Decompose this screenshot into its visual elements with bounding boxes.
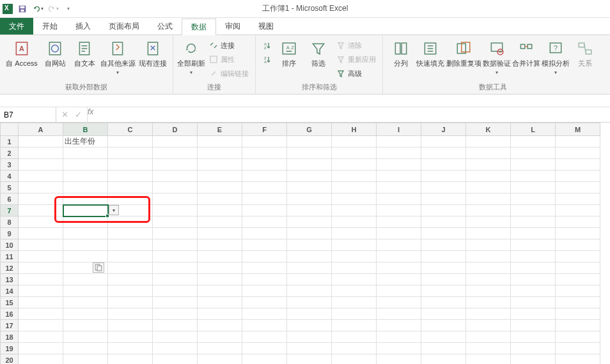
cell[interactable] [332, 262, 377, 274]
row-header[interactable]: 7 [1, 205, 19, 216]
row-header[interactable]: 1 [1, 136, 19, 148]
cell[interactable] [421, 331, 466, 343]
cell[interactable] [63, 171, 108, 182]
cell[interactable] [466, 274, 511, 285]
cell[interactable] [421, 320, 466, 331]
cell[interactable] [198, 251, 242, 262]
cell[interactable] [421, 216, 466, 228]
row-header[interactable]: 19 [1, 343, 19, 354]
cell[interactable] [556, 262, 600, 274]
cell[interactable] [19, 171, 63, 182]
cell[interactable] [108, 193, 153, 205]
cell[interactable] [108, 331, 153, 343]
cell[interactable] [153, 320, 198, 331]
connections-button[interactable]: 连接 [207, 39, 251, 52]
cell[interactable] [242, 331, 287, 343]
cell[interactable] [287, 239, 332, 251]
cell[interactable] [63, 297, 108, 308]
cell[interactable] [242, 320, 287, 331]
cell[interactable] [511, 343, 556, 354]
col-header[interactable]: D [153, 123, 198, 136]
cell[interactable] [287, 171, 332, 182]
row-header[interactable]: 2 [1, 148, 19, 159]
cell[interactable] [377, 216, 421, 228]
cell[interactable] [466, 239, 511, 251]
cell[interactable] [198, 274, 242, 285]
cell[interactable] [153, 308, 198, 320]
cell[interactable] [556, 193, 600, 205]
cell[interactable] [108, 136, 153, 148]
cell[interactable] [511, 331, 556, 343]
col-header[interactable]: L [511, 123, 556, 136]
cell[interactable] [332, 193, 377, 205]
cell[interactable] [242, 216, 287, 228]
cell[interactable] [198, 171, 242, 182]
cell[interactable] [153, 274, 198, 285]
cell[interactable] [287, 159, 332, 171]
row-header[interactable]: 13 [1, 274, 19, 285]
cell[interactable] [153, 331, 198, 343]
cell[interactable] [511, 274, 556, 285]
from-web-button[interactable]: 自网站 [41, 38, 69, 80]
cell[interactable] [198, 285, 242, 297]
cell[interactable] [332, 251, 377, 262]
cell[interactable] [556, 148, 600, 159]
cell[interactable] [242, 262, 287, 274]
cell[interactable] [377, 320, 421, 331]
cell[interactable]: ▾ [63, 205, 108, 216]
cell[interactable] [421, 148, 466, 159]
cell[interactable] [332, 148, 377, 159]
cell[interactable] [287, 343, 332, 354]
cell[interactable] [466, 228, 511, 239]
cell[interactable] [377, 136, 421, 148]
cell[interactable] [19, 136, 63, 148]
cell[interactable] [511, 193, 556, 205]
row-header[interactable]: 8 [1, 216, 19, 228]
cell[interactable] [242, 136, 287, 148]
cell[interactable] [332, 285, 377, 297]
cell[interactable] [153, 285, 198, 297]
cell[interactable] [108, 239, 153, 251]
cell[interactable] [242, 239, 287, 251]
cell[interactable] [153, 297, 198, 308]
cell[interactable] [108, 159, 153, 171]
tab-home[interactable]: 开始 [33, 18, 66, 34]
cell[interactable] [377, 274, 421, 285]
cell[interactable] [421, 343, 466, 354]
cell[interactable] [466, 159, 511, 171]
cell[interactable] [19, 193, 63, 205]
cell[interactable] [421, 193, 466, 205]
row-header[interactable]: 10 [1, 239, 19, 251]
cell[interactable] [421, 262, 466, 274]
col-header[interactable]: A [19, 123, 63, 136]
formula-input[interactable] [96, 107, 610, 122]
cell[interactable] [63, 159, 108, 171]
cell[interactable] [332, 308, 377, 320]
cell[interactable] [421, 297, 466, 308]
col-header[interactable]: E [198, 123, 242, 136]
cell[interactable] [287, 274, 332, 285]
cell[interactable] [19, 148, 63, 159]
cell[interactable] [63, 182, 108, 193]
fx-icon[interactable]: fx [88, 107, 96, 122]
row-header[interactable]: 14 [1, 285, 19, 297]
cell[interactable] [108, 285, 153, 297]
cell[interactable] [19, 320, 63, 331]
cell[interactable] [287, 297, 332, 308]
cell[interactable] [63, 216, 108, 228]
cell[interactable] [421, 159, 466, 171]
row-header[interactable]: 9 [1, 228, 19, 239]
cell[interactable] [108, 148, 153, 159]
row-header[interactable]: 3 [1, 159, 19, 171]
spreadsheet-grid[interactable]: A B C D E F G H I J K L M 1出生年份234567▾89… [0, 123, 600, 364]
cell[interactable] [511, 136, 556, 148]
cell[interactable] [242, 343, 287, 354]
cell[interactable] [332, 274, 377, 285]
name-box[interactable]: ▾ [0, 107, 56, 122]
cell[interactable] [556, 331, 600, 343]
cell[interactable] [466, 182, 511, 193]
cell[interactable] [466, 171, 511, 182]
cell[interactable] [287, 331, 332, 343]
cell[interactable] [377, 205, 421, 216]
tab-page-layout[interactable]: 页面布局 [100, 18, 148, 34]
